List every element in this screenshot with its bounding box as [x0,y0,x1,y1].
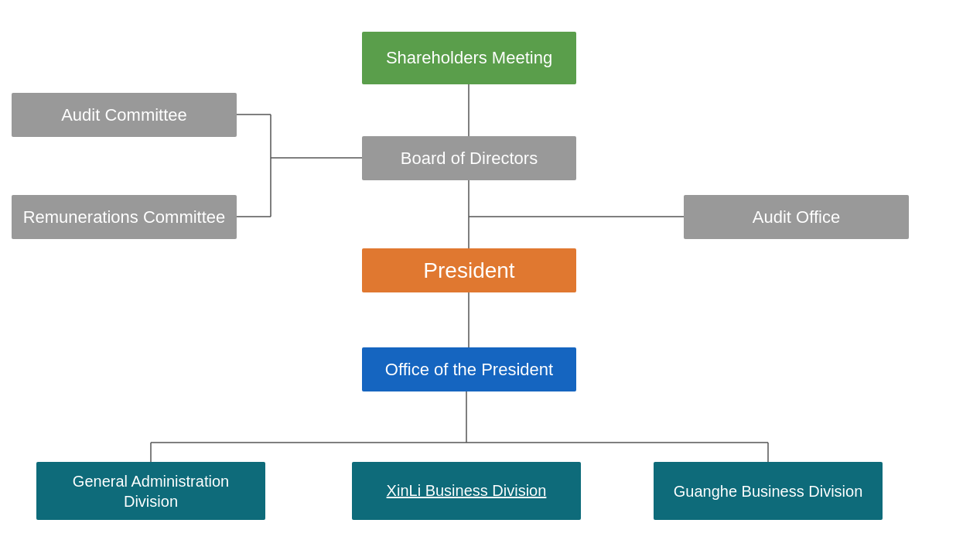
shareholders-meeting-node: Shareholders Meeting [362,32,576,84]
remunerations-committee-node: Remunerations Committee [12,195,237,239]
xinli-business-node: XinLi Business Division [352,462,581,520]
office-president-node: Office of the President [362,347,576,391]
board-of-directors-node: Board of Directors [362,136,576,180]
general-admin-node: General Administration Division [36,462,265,520]
audit-office-node: Audit Office [684,195,909,239]
org-chart: Shareholders Meeting Board of Directors … [0,0,980,547]
guanghe-business-node: Guanghe Business Division [654,462,883,520]
president-node: President [362,248,576,292]
audit-committee-node: Audit Committee [12,93,237,137]
